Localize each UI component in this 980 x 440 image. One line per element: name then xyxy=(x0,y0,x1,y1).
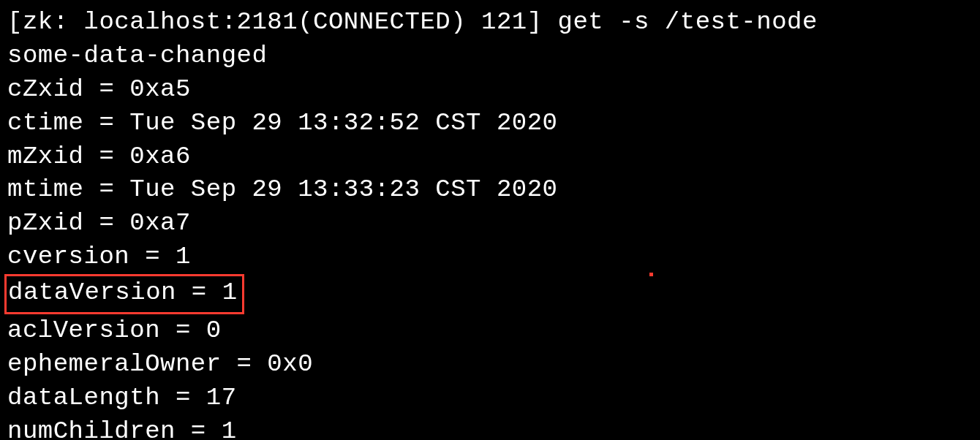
stat-mzxid: mZxid = 0xa6 xyxy=(7,140,973,174)
stat-numchildren: numChildren = 1 xyxy=(7,415,973,440)
cursor-dot xyxy=(649,273,653,276)
stat-cversion: cversion = 1 xyxy=(7,240,973,274)
stat-aclversion: aclVersion = 0 xyxy=(7,314,973,348)
stat-czxid: cZxid = 0xa5 xyxy=(7,73,973,107)
command-prompt-line[interactable]: [zk: localhost:2181(CONNECTED) 121] get … xyxy=(7,6,973,39)
stat-pzxid: pZxid = 0xa7 xyxy=(7,207,973,240)
stat-ctime: ctime = Tue Sep 29 13:32:52 CST 2020 xyxy=(7,107,973,140)
node-data-output: some-data-changed xyxy=(7,39,973,73)
stat-ephemeralowner: ephemeralOwner = 0x0 xyxy=(7,348,973,382)
stat-dataversion-highlighted: dataVersion = 1 xyxy=(4,274,244,314)
stat-mtime: mtime = Tue Sep 29 13:33:23 CST 2020 xyxy=(7,173,973,207)
stat-datalength: dataLength = 17 xyxy=(7,382,973,415)
